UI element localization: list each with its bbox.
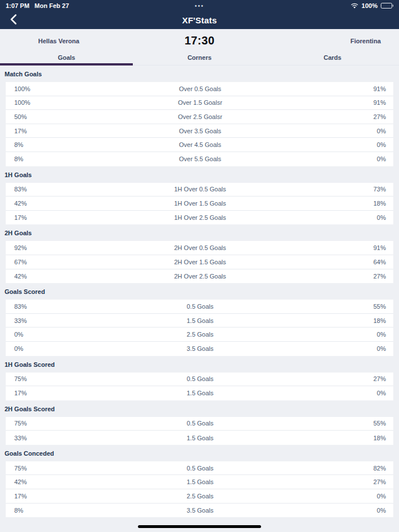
- stat-home-value: 75%: [14, 375, 60, 382]
- stat-label: 2H Over 0.5 Goals: [60, 244, 340, 251]
- stat-away-value: 0%: [340, 345, 386, 352]
- section-title: Goals Scored: [0, 283, 399, 300]
- back-button[interactable]: [3, 11, 23, 29]
- stat-away-value: 55%: [340, 303, 386, 310]
- stat-row[interactable]: 42%1.5 Goals27%: [6, 475, 393, 489]
- stat-label: Over 4.5 Goals: [60, 141, 340, 148]
- section-rows: 92%2H Over 0.5 Goals91%67%2H Over 1.5 Go…: [6, 241, 393, 283]
- stat-row[interactable]: 92%2H Over 0.5 Goals91%: [6, 241, 393, 255]
- stats-section: 2H Goals92%2H Over 0.5 Goals91%67%2H Ove…: [0, 224, 399, 283]
- stat-home-value: 0%: [14, 345, 60, 352]
- stats-section: 2H Goals Scored75%0.5 Goals55%33%1.5 Goa…: [0, 400, 399, 445]
- section-rows: 75%0.5 Goals27%17%1.5 Goals0%: [6, 373, 393, 400]
- stat-away-value: 18%: [340, 435, 386, 441]
- stat-label: 0.5 Goals: [60, 303, 340, 310]
- stat-away-value: 0%: [340, 331, 386, 338]
- section-rows: 83%0.5 Goals55%33%1.5 Goals18%0%2.5 Goal…: [6, 300, 393, 355]
- stat-home-value: 17%: [14, 128, 60, 134]
- tab-bar: GoalsCornersCards: [0, 52, 399, 66]
- stat-row[interactable]: 83%0.5 Goals55%: [6, 300, 393, 314]
- stat-label: 2.5 Goals: [60, 493, 340, 500]
- stat-row[interactable]: 17%2.5 Goals0%: [6, 489, 393, 504]
- stat-row[interactable]: 50%Over 2.5 Goalsr27%: [6, 110, 393, 124]
- section-title: 1H Goals Scored: [0, 356, 399, 373]
- stats-content: Match Goals100%Over 0.5 Goals91%100%Over…: [0, 66, 399, 517]
- wifi-icon: [351, 3, 359, 9]
- stat-label: Over 2.5 Goalsr: [60, 113, 340, 120]
- stat-home-value: 8%: [14, 141, 60, 148]
- stat-label: 0.5 Goals: [60, 420, 340, 427]
- stat-home-value: 42%: [14, 273, 60, 280]
- stat-home-value: 100%: [14, 99, 60, 106]
- nav-bar: XF'Stats: [0, 11, 399, 29]
- stats-section: Goals Scored83%0.5 Goals55%33%1.5 Goals1…: [0, 283, 399, 355]
- stat-label: 1.5 Goals: [60, 317, 340, 324]
- stat-home-value: 8%: [14, 507, 60, 514]
- stat-row[interactable]: 83%1H Over 0.5 Goals73%: [6, 183, 393, 197]
- stat-row[interactable]: 67%2H Over 1.5 Goals64%: [6, 255, 393, 269]
- stat-row[interactable]: 33%1.5 Goals18%: [6, 431, 393, 445]
- stat-home-value: 33%: [14, 317, 60, 324]
- stat-row[interactable]: 8%Over 5.5 Goals0%: [6, 152, 393, 166]
- stat-away-value: 91%: [340, 244, 386, 251]
- tab-goals[interactable]: Goals: [0, 52, 133, 65]
- stats-section: 1H Goals83%1H Over 0.5 Goals73%42%1H Ove…: [0, 166, 399, 225]
- stat-row[interactable]: 42%1H Over 1.5 Goals18%: [6, 197, 393, 211]
- stat-away-value: 18%: [340, 200, 386, 207]
- status-bar: 1:07 PM Mon Feb 27 ••• 100%: [0, 0, 399, 11]
- stat-row[interactable]: 75%0.5 Goals55%: [6, 417, 393, 431]
- tab-corners[interactable]: Corners: [133, 52, 266, 65]
- stat-away-value: 27%: [340, 113, 386, 120]
- section-title: 1H Goals: [0, 166, 399, 183]
- stat-row[interactable]: 0%3.5 Goals0%: [6, 342, 393, 356]
- stat-label: 0.5 Goals: [60, 465, 340, 472]
- stat-row[interactable]: 75%0.5 Goals82%: [6, 461, 393, 476]
- match-header: 17:30 Hellas Verona Fiorentina: [0, 29, 399, 52]
- stat-row[interactable]: 8%3.5 Goals0%: [6, 504, 393, 518]
- stat-home-value: 42%: [14, 478, 60, 485]
- stat-label: 1H Over 0.5 Goals: [60, 186, 340, 193]
- stat-label: Over 0.5 Goals: [60, 85, 340, 92]
- stat-label: 1.5 Goals: [60, 390, 340, 396]
- stat-row[interactable]: 17%1.5 Goals0%: [6, 386, 393, 400]
- stat-home-value: 17%: [14, 390, 60, 396]
- stat-away-value: 0%: [340, 390, 386, 396]
- stat-home-value: 67%: [14, 259, 60, 265]
- stat-away-value: 0%: [340, 214, 386, 221]
- battery-percent: 100%: [361, 2, 377, 9]
- section-title: Goals Conceded: [0, 445, 399, 461]
- section-rows: 75%0.5 Goals82%42%1.5 Goals27%17%2.5 Goa…: [6, 461, 393, 517]
- battery-icon: [381, 3, 394, 9]
- stat-row[interactable]: 75%0.5 Goals27%: [6, 373, 393, 387]
- section-title: 2H Goals: [0, 224, 399, 241]
- app-screen: 1:07 PM Mon Feb 27 ••• 100%: [0, 0, 399, 532]
- tab-cards[interactable]: Cards: [266, 52, 399, 65]
- stat-label: 1.5 Goals: [60, 435, 340, 441]
- stat-away-value: 18%: [340, 317, 386, 324]
- stat-home-value: 0%: [14, 331, 60, 338]
- stat-home-value: 50%: [14, 113, 60, 120]
- home-indicator[interactable]: [138, 525, 261, 528]
- stats-section: 1H Goals Scored75%0.5 Goals27%17%1.5 Goa…: [0, 356, 399, 400]
- stat-away-value: 27%: [340, 478, 386, 485]
- stat-row[interactable]: 100%Over 0.5 Goals91%: [6, 82, 393, 96]
- stat-home-value: 100%: [14, 85, 60, 92]
- stat-row[interactable]: 0%2.5 Goals0%: [6, 328, 393, 342]
- stat-away-value: 0%: [340, 493, 386, 500]
- stat-home-value: 8%: [14, 155, 60, 162]
- section-rows: 75%0.5 Goals55%33%1.5 Goals18%: [6, 417, 393, 445]
- stat-away-value: 0%: [340, 507, 386, 514]
- stat-row[interactable]: 8%Over 4.5 Goals0%: [6, 138, 393, 152]
- stat-row[interactable]: 100%Over 1.5 Goalsr91%: [6, 96, 393, 111]
- stat-row[interactable]: 42%2H Over 2.5 Goals27%: [6, 269, 393, 284]
- stat-home-value: 17%: [14, 214, 60, 221]
- stat-away-value: 27%: [340, 273, 386, 280]
- stat-row[interactable]: 33%1.5 Goals18%: [6, 314, 393, 328]
- stats-section: Match Goals100%Over 0.5 Goals91%100%Over…: [0, 66, 399, 166]
- stat-label: Over 5.5 Goals: [60, 155, 340, 162]
- stat-row[interactable]: 17%Over 3.5 Goals0%: [6, 124, 393, 138]
- stat-home-value: 83%: [14, 303, 60, 310]
- stat-label: 2.5 Goals: [60, 331, 340, 338]
- stat-label: 1H Over 1.5 Goals: [60, 200, 340, 207]
- stat-row[interactable]: 17%1H Over 2.5 Goals0%: [6, 211, 393, 225]
